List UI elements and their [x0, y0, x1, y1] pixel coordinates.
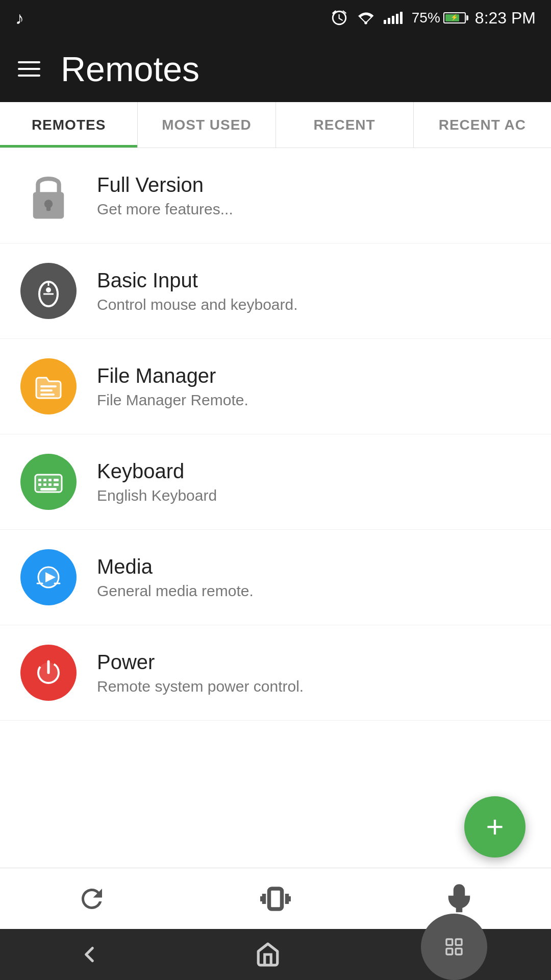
list-item[interactable]: Full Version Get more features...: [0, 148, 551, 243]
svg-rect-34: [446, 948, 453, 954]
svg-rect-8: [40, 385, 57, 387]
svg-rect-20: [40, 488, 57, 491]
power-desc: Remote system power control.: [97, 678, 304, 695]
list-item[interactable]: Keyboard English Keyboard: [0, 434, 551, 530]
file-manager-desc: File Manager Remote.: [97, 391, 248, 409]
full-version-info: Full Version Get more features...: [97, 174, 233, 218]
media-desc: General media remote.: [97, 582, 254, 600]
back-button[interactable]: [64, 937, 115, 972]
svg-rect-27: [269, 889, 282, 909]
tab-most-used[interactable]: MOST USED: [138, 102, 276, 148]
refresh-button[interactable]: [71, 878, 112, 919]
keyboard-name: Keyboard: [97, 460, 217, 483]
mic-button[interactable]: [439, 878, 480, 919]
svg-rect-32: [446, 939, 453, 945]
navigation-bar: [0, 929, 551, 980]
wifi-icon: [357, 11, 374, 25]
file-manager-icon: [20, 358, 77, 414]
svg-point-0: [364, 21, 367, 24]
svg-rect-12: [38, 479, 41, 481]
status-bar: ♪ 75% ⚡ 8:23 PM: [0, 0, 551, 36]
media-icon: [20, 549, 77, 605]
music-icon: ♪: [15, 8, 24, 28]
keyboard-info: Keyboard English Keyboard: [97, 460, 217, 504]
svg-rect-3: [46, 204, 51, 211]
list-item[interactable]: Power Remote system power control.: [0, 625, 551, 721]
list-item[interactable]: Media General media remote.: [0, 530, 551, 625]
svg-rect-18: [48, 483, 52, 486]
full-version-desc: Get more features...: [97, 201, 233, 218]
vibrate-button[interactable]: [255, 878, 296, 919]
alarm-icon: [331, 9, 348, 27]
app-header: Remotes: [0, 36, 551, 102]
status-left: ♪: [15, 8, 24, 28]
svg-rect-35: [456, 948, 462, 954]
full-version-name: Full Version: [97, 174, 233, 197]
power-name: Power: [97, 651, 304, 674]
basic-input-info: Basic Input Control mouse and keyboard.: [97, 269, 298, 313]
charging-bolt: ⚡: [450, 14, 458, 21]
keyboard-desc: English Keyboard: [97, 487, 217, 504]
remote-list: Full Version Get more features... Basic …: [0, 148, 551, 721]
battery-icon: ⚡: [443, 12, 466, 23]
list-item[interactable]: Basic Input Control mouse and keyboard.: [0, 243, 551, 339]
menu-button[interactable]: [18, 61, 40, 77]
add-remote-button[interactable]: +: [464, 796, 525, 857]
svg-rect-10: [40, 394, 55, 396]
power-icon: [20, 645, 77, 701]
tab-bar: REMOTES MOST USED RECENT RECENT AC: [0, 102, 551, 148]
list-item[interactable]: File Manager File Manager Remote.: [0, 339, 551, 434]
tab-recent[interactable]: RECENT: [276, 102, 414, 148]
tab-recent-ac[interactable]: RECENT AC: [414, 102, 551, 148]
status-right: 75% ⚡ 8:23 PM: [331, 9, 536, 28]
file-manager-info: File Manager File Manager Remote.: [97, 364, 248, 409]
page-title: Remotes: [61, 49, 199, 89]
battery-percent: 75%: [412, 10, 440, 26]
svg-rect-19: [54, 483, 59, 486]
basic-input-icon: [20, 263, 77, 319]
home-button[interactable]: [242, 937, 293, 972]
svg-point-5: [46, 287, 51, 292]
battery-indicator: 75% ⚡: [412, 10, 466, 26]
media-name: Media: [97, 555, 254, 578]
basic-input-desc: Control mouse and keyboard.: [97, 296, 298, 313]
svg-rect-14: [48, 479, 52, 481]
svg-rect-33: [456, 939, 462, 945]
svg-rect-16: [38, 483, 41, 486]
media-info: Media General media remote.: [97, 555, 254, 600]
keyboard-icon: [20, 454, 77, 510]
svg-rect-9: [40, 389, 53, 391]
svg-rect-13: [43, 479, 46, 481]
signal-icon: [384, 12, 403, 24]
full-version-icon: [20, 167, 77, 224]
basic-input-name: Basic Input: [97, 269, 298, 292]
svg-rect-15: [54, 479, 59, 481]
add-icon: +: [486, 812, 504, 842]
file-manager-name: File Manager: [97, 364, 248, 387]
tab-remotes[interactable]: REMOTES: [0, 102, 138, 148]
svg-rect-17: [43, 483, 46, 486]
recents-button[interactable]: [421, 914, 487, 980]
power-info: Power Remote system power control.: [97, 651, 304, 695]
clock: 8:23 PM: [475, 9, 536, 28]
